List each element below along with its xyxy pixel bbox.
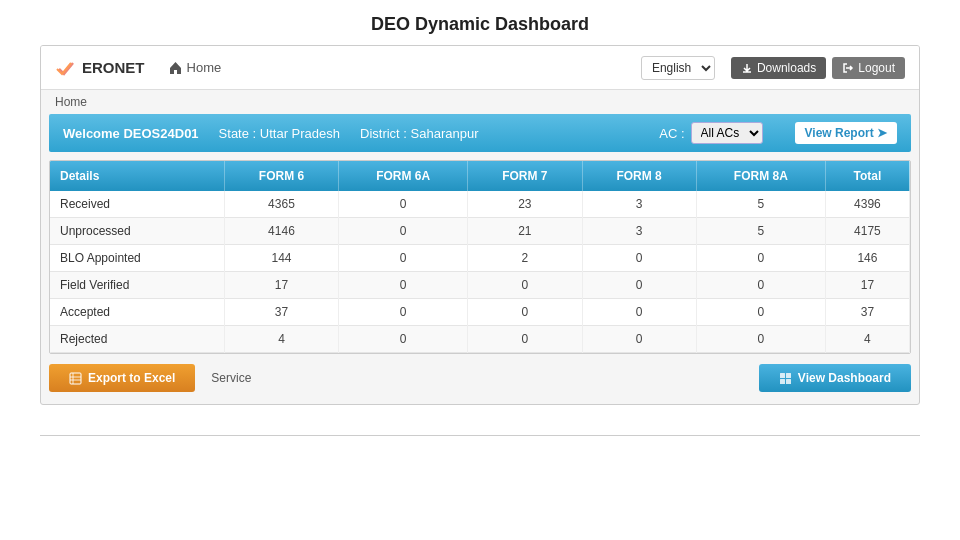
navbar: ERONET Home English Downloads Logout [41, 46, 919, 90]
table-cell: 5 [696, 191, 825, 218]
svg-rect-6 [780, 379, 785, 384]
downloads-label: Downloads [757, 61, 816, 75]
downloads-button[interactable]: Downloads [731, 57, 826, 79]
ac-label-text: AC : [659, 126, 684, 141]
table-cell: 0 [339, 191, 468, 218]
ac-dropdown[interactable]: All ACs [691, 122, 763, 144]
table-cell: 4396 [825, 191, 909, 218]
logout-button[interactable]: Logout [832, 57, 905, 79]
col-header-form8: FORM 8 [582, 161, 696, 191]
table-cell: 4365 [224, 191, 338, 218]
table-cell: 23 [468, 191, 582, 218]
col-header-form6a: FORM 6A [339, 161, 468, 191]
welcome-bar: Welcome DEOS24D01 State : Uttar Pradesh … [49, 114, 911, 152]
table-body: Received4365023354396Unprocessed41460213… [50, 191, 910, 353]
table-cell: 0 [339, 272, 468, 299]
table-row: BLO Appointed1440200146 [50, 245, 910, 272]
export-button[interactable]: Export to Excel [49, 364, 195, 392]
table-row: Field Verified17000017 [50, 272, 910, 299]
excel-icon [69, 372, 82, 385]
svg-rect-5 [786, 373, 791, 378]
table-cell: BLO Appointed [50, 245, 224, 272]
breadcrumb: Home [41, 90, 919, 114]
home-link[interactable]: Home [169, 60, 222, 75]
table-cell: Received [50, 191, 224, 218]
svg-rect-4 [780, 373, 785, 378]
table-cell: 17 [224, 272, 338, 299]
table-cell: 21 [468, 218, 582, 245]
table-cell: 4 [224, 326, 338, 353]
footer-divider [40, 435, 920, 436]
table-cell: Rejected [50, 326, 224, 353]
export-label: Export to Excel [88, 371, 175, 385]
table-cell: 37 [224, 299, 338, 326]
table-cell: Field Verified [50, 272, 224, 299]
home-label: Home [187, 60, 222, 75]
table-cell: 0 [468, 326, 582, 353]
svg-rect-0 [70, 373, 81, 384]
table-row: Unprocessed4146021354175 [50, 218, 910, 245]
table-cell: 3 [582, 191, 696, 218]
table-cell: 0 [696, 245, 825, 272]
svg-rect-7 [786, 379, 791, 384]
table-cell: 0 [582, 272, 696, 299]
brand-icon [55, 57, 77, 79]
col-header-form6: FORM 6 [224, 161, 338, 191]
table-cell: Unprocessed [50, 218, 224, 245]
table-cell: 0 [582, 326, 696, 353]
col-header-total: Total [825, 161, 909, 191]
data-table: Details FORM 6 FORM 6A FORM 7 FORM 8 FOR… [50, 161, 910, 353]
table-cell: 37 [825, 299, 909, 326]
table-header-row: Details FORM 6 FORM 6A FORM 7 FORM 8 FOR… [50, 161, 910, 191]
logout-icon [842, 62, 854, 74]
downloads-icon [741, 62, 753, 74]
button-row: Export to Excel Service View Dashboard [41, 354, 919, 404]
service-label: Service [211, 371, 251, 385]
table-cell: 0 [468, 272, 582, 299]
table-cell: 0 [582, 245, 696, 272]
table-cell: 146 [825, 245, 909, 272]
table-row: Rejected400004 [50, 326, 910, 353]
table-cell: 0 [339, 245, 468, 272]
logout-label: Logout [858, 61, 895, 75]
view-dashboard-label: View Dashboard [798, 371, 891, 385]
table-cell: 0 [339, 218, 468, 245]
table-row: Received4365023354396 [50, 191, 910, 218]
table-cell: 144 [224, 245, 338, 272]
table-cell: 17 [825, 272, 909, 299]
home-icon [169, 61, 182, 74]
table-cell: 4146 [224, 218, 338, 245]
data-table-wrapper: Details FORM 6 FORM 6A FORM 7 FORM 8 FOR… [49, 160, 911, 354]
table-cell: 0 [696, 326, 825, 353]
col-header-form8a: FORM 8A [696, 161, 825, 191]
language-select[interactable]: English [641, 56, 715, 80]
page-title: DEO Dynamic Dashboard [0, 0, 960, 45]
brand-name: ERONET [82, 59, 145, 76]
table-cell: 4 [825, 326, 909, 353]
table-cell: 0 [339, 299, 468, 326]
table-cell: 0 [582, 299, 696, 326]
view-dashboard-button[interactable]: View Dashboard [759, 364, 911, 392]
view-report-button[interactable]: View Report ➤ [795, 122, 897, 144]
table-cell: Accepted [50, 299, 224, 326]
main-frame: ERONET Home English Downloads Logout [40, 45, 920, 405]
table-cell: 0 [339, 326, 468, 353]
table-cell: 0 [468, 299, 582, 326]
brand: ERONET [55, 57, 145, 79]
dashboard-icon [779, 372, 792, 385]
table-cell: 2 [468, 245, 582, 272]
state-text: State : Uttar Pradesh [219, 126, 340, 141]
ac-selector: AC : All ACs [659, 122, 762, 144]
welcome-text: Welcome DEOS24D01 [63, 126, 199, 141]
table-cell: 3 [582, 218, 696, 245]
table-cell: 0 [696, 272, 825, 299]
table-cell: 5 [696, 218, 825, 245]
col-header-details: Details [50, 161, 224, 191]
table-cell: 0 [696, 299, 825, 326]
district-text: District : Saharanpur [360, 126, 479, 141]
table-cell: 4175 [825, 218, 909, 245]
table-row: Accepted37000037 [50, 299, 910, 326]
col-header-form7: FORM 7 [468, 161, 582, 191]
